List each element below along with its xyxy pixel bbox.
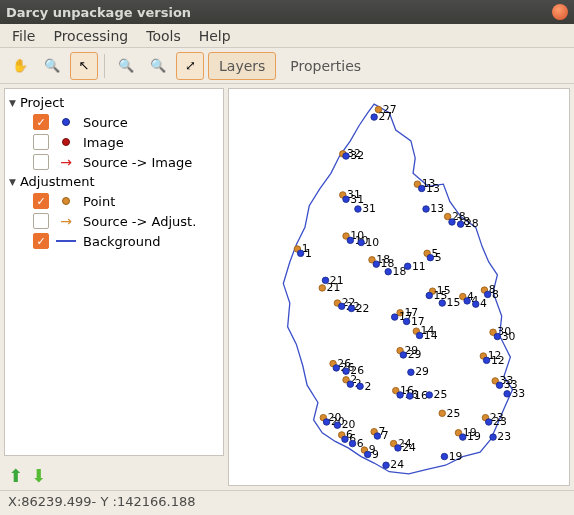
svg-text:5: 5 [435,251,442,264]
fit-button[interactable]: ⤢ [176,52,204,80]
svg-text:26: 26 [350,364,364,377]
svg-text:25: 25 [447,407,461,420]
expand-icon: ⤢ [185,58,196,73]
zoom-out-button[interactable]: 🔍 [144,52,172,80]
svg-point-126 [347,381,353,387]
svg-text:28: 28 [465,217,479,230]
coord-y-value: 142166.188 [117,494,196,509]
tree-item-background[interactable]: Background [5,231,223,251]
layer-checkbox[interactable] [33,154,49,170]
layer-checkbox[interactable] [33,114,49,130]
svg-point-78 [347,237,353,243]
svg-point-62 [371,114,377,120]
pan-button[interactable]: ✋ [6,52,34,80]
zoom-button[interactable]: 🔍 [38,52,66,80]
layer-checkbox[interactable] [33,233,49,249]
close-button[interactable] [552,4,568,20]
zoom-out-icon: 🔍 [150,58,166,73]
layer-order-controls: ⬆ ⬇ [0,460,228,490]
svg-point-148 [349,440,355,446]
move-down-button[interactable]: ⬇ [31,465,46,486]
tab-layers[interactable]: Layers [208,52,276,80]
tree-item-source-image[interactable]: → Source -> Image [5,152,223,172]
svg-point-98 [338,303,344,309]
layer-checkbox[interactable] [33,134,49,150]
menu-file[interactable]: File [4,26,43,46]
svg-text:12: 12 [491,354,505,367]
move-up-button[interactable]: ⬆ [8,465,23,486]
svg-text:22: 22 [356,302,370,315]
svg-text:23: 23 [497,430,511,443]
menu-processing[interactable]: Processing [45,26,136,46]
svg-point-80 [358,239,364,245]
svg-text:9: 9 [372,448,379,461]
svg-point-142 [323,419,329,425]
svg-text:8: 8 [492,288,499,301]
map-canvas[interactable]: 2732133128101518218415221714302912262331… [228,88,570,486]
svg-text:29: 29 [415,365,429,378]
svg-point-104 [464,298,470,304]
tab-properties[interactable]: Properties [280,52,371,80]
zoom-in-button[interactable]: 🔍 [112,52,140,80]
statusbar: X: 86239.499 - Y : 142166.188 [0,490,574,512]
arrow-symbol: → [55,154,77,170]
layer-tree: ▼ Project Source Image → Source -> Image… [4,88,224,456]
svg-text:10: 10 [365,236,379,249]
layer-checkbox[interactable] [33,193,49,209]
layer-checkbox[interactable] [33,213,49,229]
coord-sep: - Y : [92,494,117,509]
tree-item-image[interactable]: Image [5,132,223,152]
svg-point-124 [408,369,414,375]
svg-text:21: 21 [330,274,344,287]
menu-help[interactable]: Help [191,26,239,46]
cursor-icon: ↖ [79,58,90,73]
layer-label: Image [83,135,124,150]
tree-item-source[interactable]: Source [5,112,223,132]
svg-point-158 [395,445,401,451]
zoom-in-icon: 🔍 [118,58,134,73]
toolbar: ✋ 🔍 ↖ 🔍 🔍 ⤢ Layers Properties [0,48,574,84]
svg-text:1: 1 [305,247,312,260]
tree-item-point[interactable]: Point [5,191,223,211]
svg-point-154 [490,434,496,440]
svg-point-108 [391,314,397,320]
hand-icon: ✋ [12,58,28,73]
svg-point-88 [385,268,391,274]
svg-point-84 [427,254,433,260]
tree-group-adjustment[interactable]: ▼ Adjustment [5,172,223,191]
coord-x-value: 86239.499 [21,494,91,509]
svg-point-152 [460,434,466,440]
svg-point-162 [441,453,447,459]
svg-text:15: 15 [434,289,448,302]
map-svg: 2732133128101518218415221714302912262331… [229,89,569,489]
svg-point-92 [322,277,328,283]
layer-label: Point [83,194,115,209]
svg-point-8 [444,213,450,219]
tree-group-project[interactable]: ▼ Project [5,93,223,112]
svg-point-72 [423,206,429,212]
window-title: Darcy unpackage version [6,5,191,20]
svg-point-146 [342,436,348,442]
svg-point-150 [374,433,380,439]
svg-point-130 [496,382,502,388]
svg-text:24: 24 [402,441,416,454]
svg-point-122 [343,368,349,374]
menu-tools[interactable]: Tools [138,26,189,46]
svg-point-100 [348,305,354,311]
svg-point-64 [343,153,349,159]
group-label: Project [20,95,64,110]
svg-text:31: 31 [362,202,376,215]
layer-label: Source -> Image [83,155,192,170]
svg-text:33: 33 [511,387,525,400]
pointer-button[interactable]: ↖ [70,52,98,80]
svg-text:17: 17 [411,315,425,328]
svg-point-116 [400,352,406,358]
triangle-icon: ▼ [9,177,16,187]
tree-item-source-adjust[interactable]: → Source -> Adjust. [5,211,223,231]
svg-point-68 [343,196,349,202]
background-outline [283,104,512,474]
svg-point-120 [333,365,339,371]
svg-text:24: 24 [390,458,404,471]
svg-text:23: 23 [493,415,507,428]
svg-text:13: 13 [430,202,444,215]
